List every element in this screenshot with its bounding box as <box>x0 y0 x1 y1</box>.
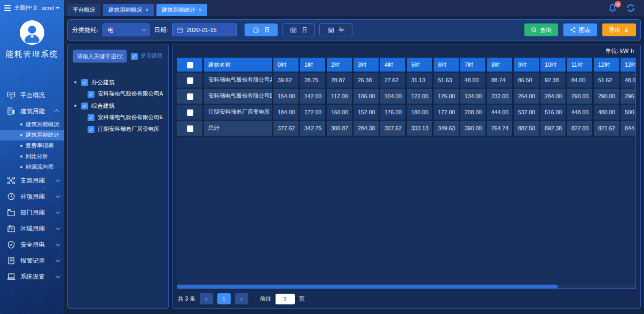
goto-page-input[interactable] <box>276 294 295 304</box>
refresh-button[interactable] <box>626 3 635 13</box>
sidebar-item-平台概况[interactable]: 平台概况 <box>0 87 64 103</box>
sidebar-subitem-建筑用能统计[interactable]: 建筑用能统计 <box>0 130 64 140</box>
scrollbar-thumb[interactable] <box>177 285 557 288</box>
tree-leaf-checkbox[interactable]: ✓ <box>88 126 95 133</box>
column-header-building-name: 建筑名称 <box>204 58 273 73</box>
tree-leaf-安科瑞电气股份有限公司E楼[interactable]: ✓安科瑞电气股份有限公司E楼 <box>73 112 163 123</box>
sidebar-subitem-能源流向图[interactable]: 能源流向图 <box>0 162 64 172</box>
sidebar-item-安全用电[interactable]: 安全用电 <box>0 237 64 253</box>
cascade-checkbox[interactable]: ✓ <box>131 53 138 60</box>
value-cell: 377.62 <box>273 121 300 137</box>
value-cell: 822.00 <box>567 121 594 137</box>
tree-leaf-安科瑞电气股份有限公司A楼[interactable]: ✓安科瑞电气股份有限公司A楼 <box>73 88 163 100</box>
cascade-toggle[interactable]: ✓ 是否级联 <box>131 52 163 60</box>
select-all-checkbox[interactable] <box>187 62 193 68</box>
tree-leaf-江阴安科瑞老厂房变电所[interactable]: ✓江阴安科瑞老厂房变电所 <box>73 123 163 135</box>
tree-node-checkbox[interactable]: ✓ <box>81 103 88 109</box>
value-cell: 500.00 <box>621 105 636 121</box>
page-number-button[interactable]: 1 <box>217 293 231 304</box>
date-label: 日期: <box>154 26 168 34</box>
locale-switch[interactable]: 主题|中文 <box>14 4 38 12</box>
tab-3[interactable]: 建筑用能统计× <box>156 4 207 16</box>
value-cell: 106.00 <box>354 89 380 105</box>
tree-leaf-checkbox[interactable]: ✓ <box>88 114 95 121</box>
value-cell: 480.00 <box>594 105 621 121</box>
hamburger-menu-icon[interactable] <box>4 5 11 11</box>
tab-bar: 平台概况建筑用能概况×建筑用能统计× <box>64 4 207 16</box>
chevron-down-icon <box>56 177 60 182</box>
sidebar-item-系统设置[interactable]: 系统设置 <box>0 269 64 285</box>
sidebar-item-区域用能[interactable]: 区域用能 <box>0 221 64 237</box>
sidebar-item-部门用能[interactable]: 部门用能 <box>0 205 64 221</box>
tab-close-icon[interactable]: × <box>145 7 148 13</box>
chevron-down-icon <box>56 257 60 262</box>
statistics-table-panel: 单位: kW·h 建筑名称0时1时2时3时4时5时6时7时8时9时10时11时1… <box>172 44 641 309</box>
shield-icon <box>7 240 15 249</box>
caret-down-icon <box>56 7 60 9</box>
tab-label: 建筑用能概况 <box>108 6 142 14</box>
value-cell: 296.00 <box>621 89 636 105</box>
sidebar-item-支路用能[interactable]: 支路用能 <box>0 172 64 189</box>
value-cell: 28.87 <box>327 73 354 89</box>
sidebar-item-建筑用能[interactable]: 建筑用能 <box>0 103 64 119</box>
tree-search-input[interactable] <box>73 50 127 62</box>
value-cell: 172.00 <box>434 105 460 121</box>
app-title: 能耗管理系统 <box>0 49 64 59</box>
user-menu[interactable]: acrel <box>42 5 60 11</box>
query-button-label: 查询 <box>540 26 552 34</box>
refresh-icon <box>626 3 635 13</box>
value-cell: 892.38 <box>540 121 567 137</box>
row-checkbox[interactable] <box>187 125 193 132</box>
next-page-button[interactable]: › <box>235 293 248 304</box>
tab-label: 平台概况 <box>73 6 95 14</box>
calendar-year-icon <box>327 27 334 34</box>
notifications-button[interactable]: 0 <box>608 3 617 13</box>
tree-node-办公建筑[interactable]: ▼✓办公建筑 <box>73 76 163 88</box>
row-checkbox[interactable] <box>187 93 193 100</box>
tree-expand-icon[interactable]: ▼ <box>73 104 78 108</box>
sidebar-item-分项用能[interactable]: 分项用能 <box>0 189 64 205</box>
tree-expand-icon[interactable]: ▼ <box>73 80 78 85</box>
value-cell: 448.00 <box>567 105 594 121</box>
sidebar-subitem-建筑用能概况[interactable]: 建筑用能概况 <box>0 119 64 130</box>
sidebar-subitem-同比分析[interactable]: 同比分析 <box>0 151 64 162</box>
row-checkbox[interactable] <box>187 109 193 116</box>
avatar[interactable] <box>20 20 44 45</box>
value-cell: 232.00 <box>487 89 514 105</box>
query-button[interactable]: 查询 <box>524 23 558 36</box>
menu-label: 建筑用能 <box>20 107 51 115</box>
value-cell: 516.00 <box>540 105 567 121</box>
export-button[interactable]: 导出 <box>602 23 636 36</box>
column-header-10时: 10时 <box>540 58 567 73</box>
value-cell: 26.38 <box>354 73 380 89</box>
value-cell: 307.62 <box>380 121 407 137</box>
tab-close-icon[interactable]: × <box>199 7 202 13</box>
value-cell: 290.00 <box>567 89 594 105</box>
date-picker[interactable]: 2020-01-15 <box>172 23 237 36</box>
granularity-月-button[interactable]: 月 <box>282 23 315 36</box>
tree-leaf-checkbox[interactable]: ✓ <box>88 91 95 98</box>
granularity-年-button[interactable]: 年 <box>319 23 352 36</box>
search-icon <box>531 27 537 33</box>
chart-button[interactable]: 图表 <box>563 23 597 36</box>
sidebar-subitem-复费率报表[interactable]: 复费率报表 <box>0 140 64 151</box>
tab-1[interactable]: 平台概况 <box>67 4 100 16</box>
building-icon <box>7 107 15 115</box>
energy-type-select[interactable]: 电 <box>103 23 150 36</box>
menu-label: 支路用能 <box>20 177 51 185</box>
tree-node-checkbox[interactable]: ✓ <box>81 79 88 86</box>
prev-page-button[interactable]: ‹ <box>200 293 213 304</box>
tab-2[interactable]: 建筑用能概况× <box>103 4 154 16</box>
tree-node-label: 办公建筑 <box>91 78 115 87</box>
chevron-down-icon <box>56 193 60 198</box>
column-header-9时: 9时 <box>514 58 540 73</box>
tree-node-综合建筑[interactable]: ▼✓综合建筑 <box>73 100 163 112</box>
row-checkbox[interactable] <box>187 77 193 84</box>
menu-label: 安全用电 <box>20 241 51 249</box>
sidebar-menu: 平台概况建筑用能建筑用能概况建筑用能统计复费率报表同比分析能源流向图支路用能分项… <box>0 87 64 285</box>
granularity-日-button[interactable]: 日 <box>245 23 278 36</box>
sidebar-item-报警记录[interactable]: 报警记录 <box>0 253 64 269</box>
value-cell: 176.00 <box>380 105 407 121</box>
app-window: 主题|中文 acrel 能耗管理系统 平台概况建筑用能建筑用能概况建筑用能统计复… <box>0 0 644 314</box>
value-cell: 112.00 <box>327 89 354 105</box>
